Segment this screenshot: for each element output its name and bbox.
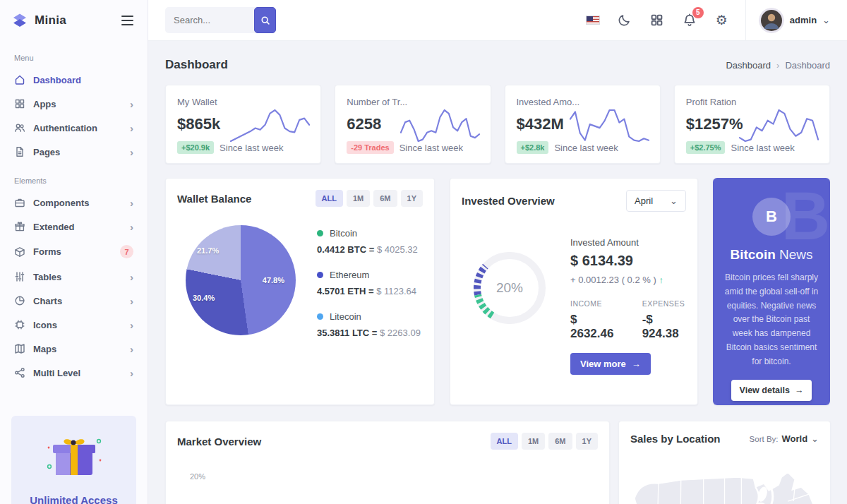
- topbar-actions: 5 ⚙ admin ⌄: [570, 0, 830, 40]
- sidebar-item-label: Forms: [33, 246, 61, 257]
- range-button-1y[interactable]: 1Y: [401, 190, 423, 207]
- user-menu[interactable]: admin ⌄: [745, 0, 830, 41]
- sort-by-select[interactable]: Sort By: World ⌄: [750, 433, 819, 444]
- sparkline-chart: [229, 104, 311, 146]
- view-details-button[interactable]: View details →: [731, 380, 812, 401]
- breadcrumb: Dashboard › Dashboard: [726, 60, 830, 71]
- sidebar-item-label: Icons: [33, 320, 57, 330]
- sidebar-item-authentication[interactable]: Authentication ›: [0, 116, 148, 140]
- stat-card-trades: Number of Tr... 6258 -29 Trades Since la…: [335, 85, 491, 164]
- ethereum-dot-icon: [317, 272, 323, 278]
- search-input[interactable]: [165, 7, 256, 33]
- map-icon: [14, 343, 25, 354]
- sidebar-item-extended[interactable]: Extended ›: [0, 215, 148, 239]
- stat-badge: +$20.9k: [177, 141, 214, 154]
- home-icon: [14, 74, 25, 85]
- range-button-6m[interactable]: 6M: [373, 190, 397, 207]
- gift-icon: [14, 221, 25, 232]
- breadcrumb-root[interactable]: Dashboard: [726, 60, 771, 71]
- usa-map: [630, 459, 819, 504]
- chevron-right-icon: ›: [130, 222, 133, 232]
- chevron-right-icon: ›: [130, 123, 133, 133]
- middle-row: Wallet Balance ALL 1M 6M 1Y 47.8% 30.4% …: [165, 178, 830, 405]
- range-button-1y[interactable]: 1Y: [576, 433, 598, 450]
- search-icon: [260, 16, 270, 25]
- sidebar-item-label: Charts: [33, 296, 62, 306]
- sidebar-item-multi-level[interactable]: Multi Level ›: [0, 361, 148, 385]
- bitcoin-icon: B: [752, 198, 791, 236]
- page-title: Dashboard: [165, 58, 228, 72]
- sidebar-item-pages[interactable]: Pages ›: [0, 140, 148, 164]
- wallet-balance-card: Wallet Balance ALL 1M 6M 1Y 47.8% 30.4% …: [165, 178, 435, 405]
- stat-note: Since last week: [731, 143, 794, 153]
- stats-row: My Wallet $865k +$20.9k Since last week …: [165, 85, 830, 164]
- file-icon: [14, 146, 25, 157]
- card-title: Sales by Location: [630, 433, 721, 445]
- settings-button[interactable]: ⚙: [714, 12, 729, 28]
- sparkline-chart: [738, 104, 819, 146]
- sidebar-item-dashboard[interactable]: Dashboard: [0, 68, 148, 92]
- stat-note: Since last week: [220, 143, 283, 153]
- legend-item-ethereum: Ethereum 4.5701 ETH = $ 1123.64: [317, 270, 421, 296]
- pie-slice-label: 30.4%: [193, 294, 215, 302]
- sidebar-item-forms[interactable]: Forms 7: [0, 239, 148, 265]
- legend-item-bitcoin: Bitcoin 0.4412 BTC = $ 4025.32: [317, 228, 421, 255]
- sidebar-item-maps[interactable]: Maps ›: [0, 337, 148, 361]
- sidebar-item-tables[interactable]: Tables ›: [0, 265, 148, 289]
- language-flag-icon[interactable]: [586, 16, 600, 25]
- range-button-6m[interactable]: 6M: [548, 433, 572, 450]
- wallet-pie-chart: 47.8% 30.4% 21.7%: [186, 225, 296, 335]
- market-bar-chart: 20%: [177, 460, 452, 504]
- expenses-value: -$ 924.38: [642, 313, 686, 341]
- y-axis-tick: 20%: [190, 472, 205, 481]
- chevron-right-icon: ›: [130, 344, 133, 354]
- range-button-all[interactable]: ALL: [316, 190, 343, 207]
- grid-icon: [14, 98, 25, 109]
- income-label: INCOME: [570, 299, 617, 308]
- brand-name[interactable]: Minia: [35, 13, 66, 28]
- stat-badge: -29 Trades: [347, 141, 393, 154]
- dark-mode-button[interactable]: [616, 12, 632, 28]
- avatar: [759, 8, 784, 33]
- app-window: Minia Menu Dashboard Apps › Authenticati…: [0, 0, 847, 504]
- sidebar-toggle-button[interactable]: [119, 13, 136, 28]
- sidebar-item-apps[interactable]: Apps ›: [0, 92, 148, 116]
- range-button-1m[interactable]: 1M: [522, 433, 545, 450]
- range-button-all[interactable]: ALL: [491, 433, 518, 450]
- sidebar-item-icons[interactable]: Icons ›: [0, 313, 148, 337]
- stat-note: Since last week: [554, 143, 618, 153]
- sidebar-item-label: Tables: [33, 272, 61, 282]
- search-button[interactable]: [254, 7, 276, 33]
- sales-by-location-card: Sales by Location Sort By: World ⌄: [618, 421, 831, 504]
- arrow-right-icon: →: [795, 385, 804, 395]
- sparkline-chart: [400, 104, 481, 146]
- apps-menu-button[interactable]: [649, 12, 665, 28]
- pie-slice-label: 47.8%: [263, 276, 284, 284]
- sidebar-header: Minia: [0, 0, 148, 41]
- sidebar-item-components[interactable]: Components ›: [0, 191, 148, 215]
- news-body: Bitcoin prices fell sharply amid the glo…: [723, 271, 820, 369]
- view-more-button[interactable]: View more →: [570, 353, 651, 375]
- upgrade-promo-card[interactable]: Unlimited Access Upgrade your plan from …: [11, 416, 136, 504]
- stat-card-invested: Invested Amo... $432M +$2.8k Since last …: [505, 85, 661, 164]
- month-select[interactable]: April ⌄: [626, 190, 686, 212]
- chevron-right-icon: ›: [130, 320, 133, 330]
- main-area: 5 ⚙ admin ⌄ Dashboard Dashboard: [148, 0, 847, 504]
- card-title: Invested Overview: [462, 195, 555, 207]
- stat-card-my-wallet: My Wallet $865k +$20.9k Since last week: [165, 85, 321, 164]
- flag-canton: [587, 16, 593, 21]
- bottom-row: Market Overview ALL 1M 6M 1Y 20%: [165, 421, 830, 504]
- chip-icon: [14, 319, 25, 330]
- invested-change: + 0.0012.23 ( 0.2 % ) ↑: [570, 275, 686, 285]
- invested-amount-value: $ 6134.39: [570, 253, 686, 269]
- promo-title: Unlimited Access: [20, 494, 128, 504]
- notifications-button[interactable]: 5: [681, 12, 698, 29]
- brand-logo-icon[interactable]: [11, 12, 28, 29]
- briefcase-icon: [14, 197, 25, 208]
- news-title: Bitcoin News: [723, 247, 820, 263]
- stat-card-profit: Profit Ration $1257% +$2.75% Since last …: [674, 85, 830, 164]
- sidebar-item-label: Apps: [33, 99, 56, 109]
- sidebar-item-charts[interactable]: Charts ›: [0, 289, 148, 313]
- sidebar-item-label: Pages: [33, 147, 60, 157]
- range-button-1m[interactable]: 1M: [347, 190, 370, 207]
